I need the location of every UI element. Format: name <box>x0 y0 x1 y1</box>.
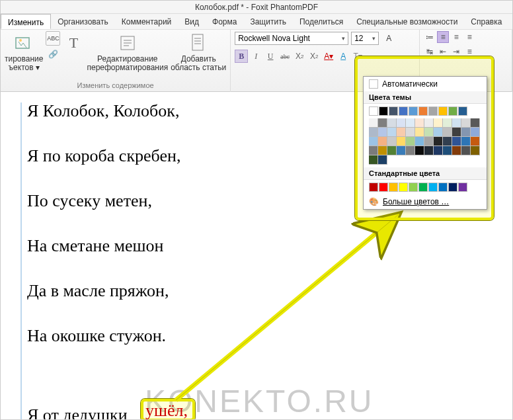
grow-font-button[interactable]: A <box>381 31 396 46</box>
strikethrough-button[interactable]: abc <box>278 50 292 63</box>
color-swatch[interactable] <box>397 118 406 128</box>
link-tool-button[interactable]: 🔗 <box>46 47 60 62</box>
color-swatch[interactable] <box>424 128 434 137</box>
color-swatch[interactable] <box>434 128 443 137</box>
color-swatch[interactable] <box>415 137 424 146</box>
highlight-color-button[interactable]: A <box>336 50 350 63</box>
tab-edit[interactable]: Изменить <box>1 14 51 29</box>
color-swatch[interactable] <box>443 128 452 137</box>
color-swatch[interactable] <box>397 146 406 155</box>
color-swatch[interactable] <box>369 155 378 165</box>
tab-accessibility[interactable]: Специальные возможности <box>350 14 464 29</box>
color-swatch[interactable] <box>369 118 378 128</box>
tab-protect[interactable]: Защитить <box>243 14 292 29</box>
tab-comment[interactable]: Комментарий <box>115 14 178 29</box>
underline-button[interactable]: U <box>264 50 277 63</box>
align-center-button[interactable]: ≡ <box>450 31 462 43</box>
color-swatch[interactable] <box>406 146 415 155</box>
color-swatch[interactable] <box>418 106 428 116</box>
color-swatch[interactable] <box>452 118 461 128</box>
tab-help[interactable]: Справка <box>464 14 508 29</box>
color-swatch[interactable] <box>424 118 434 128</box>
superscript-button[interactable]: X2 <box>293 50 306 63</box>
color-swatch[interactable] <box>387 146 397 155</box>
color-swatch[interactable] <box>461 128 471 137</box>
color-swatch[interactable] <box>448 106 457 116</box>
doc-line-5[interactable]: Да в масле пряжон, <box>27 281 169 301</box>
color-swatch[interactable] <box>378 128 387 137</box>
color-swatch[interactable] <box>369 106 378 116</box>
color-swatch[interactable] <box>428 106 438 116</box>
color-swatch[interactable] <box>418 183 428 192</box>
edit-text-button[interactable]: T <box>63 31 84 55</box>
color-swatch[interactable] <box>471 137 480 146</box>
color-swatch[interactable] <box>387 128 397 137</box>
tab-organize[interactable]: Организовать <box>51 14 115 29</box>
color-swatch[interactable] <box>399 106 408 116</box>
color-swatch[interactable] <box>452 146 461 155</box>
font-size-combo[interactable]: 12▾ <box>351 32 379 45</box>
color-swatch[interactable] <box>461 118 471 128</box>
more-colors-row[interactable]: 🎨 Больше цветов … <box>364 194 487 209</box>
align-right-button[interactable]: ≡ <box>463 31 475 43</box>
color-swatch[interactable] <box>369 137 378 146</box>
font-name-combo[interactable]: Rockwell Nova Light▾ <box>235 32 348 45</box>
color-swatch[interactable] <box>443 118 452 128</box>
doc-line-4[interactable]: На сметане мешон <box>27 236 163 256</box>
color-swatch[interactable] <box>369 146 378 155</box>
color-swatch[interactable] <box>378 146 387 155</box>
doc-line-3[interactable]: По сусеку метен, <box>27 191 152 211</box>
color-auto-row[interactable]: Автоматически <box>364 77 487 91</box>
reflow-edit-button[interactable]: Редактирование переформатирования <box>87 31 168 72</box>
color-swatch[interactable] <box>387 118 397 128</box>
color-swatch[interactable] <box>389 106 398 116</box>
color-swatch[interactable] <box>415 146 424 155</box>
italic-button[interactable]: I <box>249 50 262 63</box>
abc-tool-button[interactable]: ABC <box>46 31 60 46</box>
color-swatch[interactable] <box>471 146 480 155</box>
color-swatch[interactable] <box>409 183 418 192</box>
font-color-button[interactable]: A▾ <box>322 50 335 63</box>
color-swatch[interactable] <box>443 146 452 155</box>
color-swatch[interactable] <box>458 106 467 116</box>
color-swatch[interactable] <box>461 137 471 146</box>
color-swatch[interactable] <box>397 137 406 146</box>
color-swatch[interactable] <box>424 137 434 146</box>
edit-objects-button[interactable]: тирование ъектов ▾ <box>5 31 43 72</box>
color-swatch[interactable] <box>399 183 408 192</box>
color-swatch[interactable] <box>452 137 461 146</box>
tab-share[interactable]: Поделиться <box>293 14 350 29</box>
bold-button[interactable]: B <box>235 50 248 63</box>
color-swatch[interactable] <box>434 137 443 146</box>
color-swatch[interactable] <box>415 118 424 128</box>
doc-line-2[interactable]: Я по короба скребен, <box>27 146 180 166</box>
color-swatch[interactable] <box>415 128 424 137</box>
color-swatch[interactable] <box>471 128 480 137</box>
color-swatch[interactable] <box>369 128 378 137</box>
color-swatch[interactable] <box>406 128 415 137</box>
color-swatch[interactable] <box>443 137 452 146</box>
color-swatch[interactable] <box>438 183 448 192</box>
color-swatch[interactable] <box>452 128 461 137</box>
color-swatch[interactable] <box>448 183 457 192</box>
color-swatch[interactable] <box>387 137 397 146</box>
color-swatch[interactable] <box>428 183 438 192</box>
color-swatch[interactable] <box>369 183 378 192</box>
doc-line-1[interactable]: Я Колобок, Колобок, <box>27 101 179 121</box>
bullets-button[interactable]: ≔ <box>424 31 436 43</box>
color-swatch[interactable] <box>471 118 480 128</box>
color-swatch[interactable] <box>406 137 415 146</box>
color-swatch[interactable] <box>434 146 443 155</box>
color-swatch[interactable] <box>378 137 387 146</box>
doc-line-7[interactable]: Я от дедушки <box>27 405 128 420</box>
color-swatch[interactable] <box>378 155 387 165</box>
color-swatch[interactable] <box>397 128 406 137</box>
doc-line-6[interactable]: На окошке стужон. <box>27 326 166 346</box>
color-swatch[interactable] <box>434 118 443 128</box>
color-swatch[interactable] <box>406 118 415 128</box>
add-article-button[interactable]: Добавить область статьи <box>171 31 226 72</box>
color-swatch[interactable] <box>461 146 471 155</box>
subscript-button[interactable]: X2 <box>307 50 321 63</box>
color-swatch[interactable] <box>378 118 387 128</box>
color-swatch[interactable] <box>379 106 388 116</box>
